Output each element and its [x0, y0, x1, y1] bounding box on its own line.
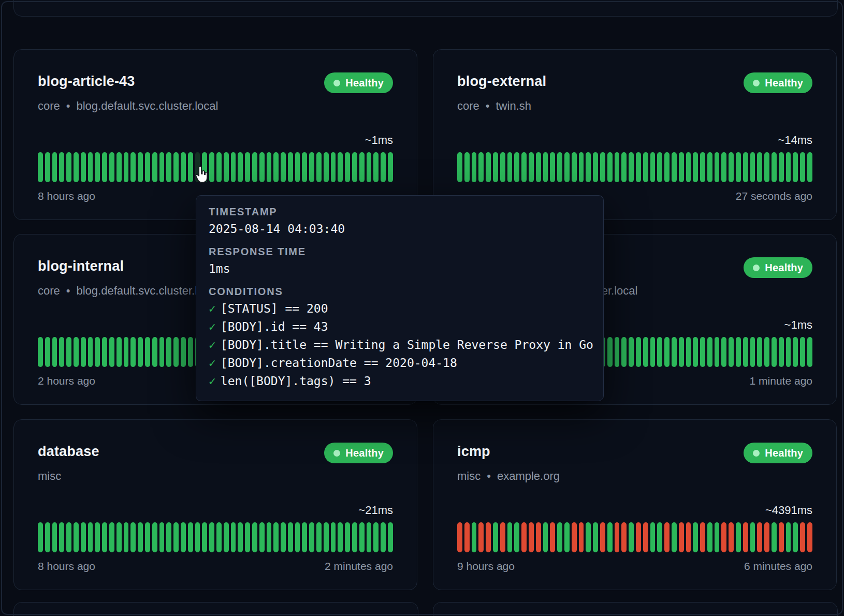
uptime-bar[interactable]: [281, 522, 286, 552]
uptime-bar[interactable]: [173, 152, 179, 182]
uptime-bar[interactable]: [779, 152, 784, 182]
uptime-bar[interactable]: [381, 152, 386, 182]
uptime-bar[interactable]: [772, 152, 777, 182]
uptime-bar[interactable]: [707, 337, 712, 367]
uptime-bar[interactable]: [529, 522, 534, 552]
uptime-bar[interactable]: [707, 152, 712, 182]
uptime-bar[interactable]: [138, 337, 143, 367]
uptime-bar[interactable]: [607, 152, 613, 182]
uptime-bar[interactable]: [367, 522, 372, 552]
uptime-bar[interactable]: [650, 152, 656, 182]
uptime-bar[interactable]: [52, 337, 57, 367]
uptime-bar[interactable]: [779, 522, 784, 552]
uptime-bar[interactable]: [145, 522, 150, 552]
uptime-bar[interactable]: [138, 152, 143, 182]
uptime-bar[interactable]: [657, 337, 662, 367]
uptime-bar[interactable]: [572, 152, 577, 182]
uptime-bar[interactable]: [109, 522, 114, 552]
uptime-bar[interactable]: [507, 152, 513, 182]
uptime-bar[interactable]: [536, 522, 541, 552]
uptime-bar[interactable]: [302, 522, 307, 552]
uptime-bar[interactable]: [130, 337, 136, 367]
uptime-bar[interactable]: [593, 522, 598, 552]
uptime-bar[interactable]: [593, 152, 598, 182]
uptime-bar[interactable]: [643, 152, 648, 182]
uptime-bar[interactable]: [621, 522, 627, 552]
uptime-bar[interactable]: [457, 152, 462, 182]
uptime-bar[interactable]: [615, 522, 620, 552]
uptime-bar[interactable]: [117, 152, 122, 182]
uptime-bar[interactable]: [209, 522, 214, 552]
uptime-bar[interactable]: [779, 337, 784, 367]
uptime-bar[interactable]: [536, 152, 541, 182]
uptime-bar[interactable]: [693, 337, 698, 367]
uptime-bar[interactable]: [607, 522, 613, 552]
uptime-bar[interactable]: [807, 337, 812, 367]
uptime-bar[interactable]: [607, 337, 613, 367]
uptime-bar[interactable]: [124, 337, 129, 367]
uptime-bar[interactable]: [74, 522, 79, 552]
uptime-bar[interactable]: [173, 522, 179, 552]
uptime-bar[interactable]: [636, 152, 641, 182]
uptime-bar[interactable]: [295, 522, 300, 552]
uptime-bar[interactable]: [557, 152, 562, 182]
uptime-bar[interactable]: [159, 337, 165, 367]
uptime-bar[interactable]: [621, 152, 627, 182]
uptime-bar[interactable]: [188, 337, 193, 367]
uptime-bar[interactable]: [707, 522, 712, 552]
uptime-bar[interactable]: [124, 152, 129, 182]
uptime-bar[interactable]: [359, 522, 365, 552]
uptime-bar[interactable]: [629, 152, 634, 182]
uptime-bar[interactable]: [159, 522, 165, 552]
uptime-bar[interactable]: [807, 522, 812, 552]
uptime-bar[interactable]: [600, 522, 605, 552]
uptime-bar[interactable]: [109, 337, 114, 367]
uptime-bar[interactable]: [238, 522, 243, 552]
uptime-bar[interactable]: [81, 522, 86, 552]
uptime-bar[interactable]: [267, 152, 272, 182]
uptime-bar[interactable]: [331, 522, 336, 552]
uptime-bar[interactable]: [66, 522, 71, 552]
uptime-bar[interactable]: [615, 337, 620, 367]
uptime-bar[interactable]: [750, 152, 755, 182]
uptime-bar[interactable]: [95, 337, 100, 367]
uptime-history[interactable]: [38, 152, 393, 182]
uptime-bar[interactable]: [557, 522, 562, 552]
uptime-bar[interactable]: [52, 522, 57, 552]
uptime-bar[interactable]: [145, 152, 150, 182]
uptime-bar[interactable]: [352, 152, 357, 182]
uptime-bar[interactable]: [650, 522, 656, 552]
uptime-bar[interactable]: [679, 337, 684, 367]
uptime-bar[interactable]: [74, 337, 79, 367]
uptime-bar[interactable]: [88, 522, 93, 552]
uptime-bar[interactable]: [88, 152, 93, 182]
uptime-bar[interactable]: [66, 152, 71, 182]
uptime-bar[interactable]: [124, 522, 129, 552]
uptime-bar[interactable]: [672, 152, 677, 182]
uptime-bar[interactable]: [579, 522, 584, 552]
uptime-bar[interactable]: [59, 337, 64, 367]
service-card-icmp[interactable]: icmp misc • example.org Healthy ~4391ms …: [433, 419, 837, 590]
service-card-database[interactable]: database misc • Healthy ~21ms 8 hours ag…: [13, 419, 417, 590]
uptime-bar[interactable]: [109, 152, 114, 182]
uptime-bar[interactable]: [381, 522, 386, 552]
uptime-bar[interactable]: [664, 522, 670, 552]
uptime-bar[interactable]: [245, 522, 250, 552]
uptime-bar[interactable]: [38, 152, 43, 182]
uptime-bar[interactable]: [273, 522, 279, 552]
uptime-bar[interactable]: [679, 522, 684, 552]
uptime-bar[interactable]: [259, 152, 265, 182]
uptime-bar[interactable]: [166, 522, 171, 552]
uptime-bar[interactable]: [373, 152, 379, 182]
uptime-bar[interactable]: [238, 152, 243, 182]
uptime-bar[interactable]: [45, 522, 50, 552]
uptime-history[interactable]: [457, 152, 812, 182]
uptime-bar[interactable]: [81, 152, 86, 182]
uptime-bar[interactable]: [338, 522, 343, 552]
uptime-bar[interactable]: [388, 152, 393, 182]
uptime-bar[interactable]: [793, 152, 798, 182]
uptime-bar[interactable]: [772, 522, 777, 552]
uptime-bar[interactable]: [764, 337, 769, 367]
uptime-bar[interactable]: [729, 152, 734, 182]
uptime-bar[interactable]: [309, 152, 314, 182]
